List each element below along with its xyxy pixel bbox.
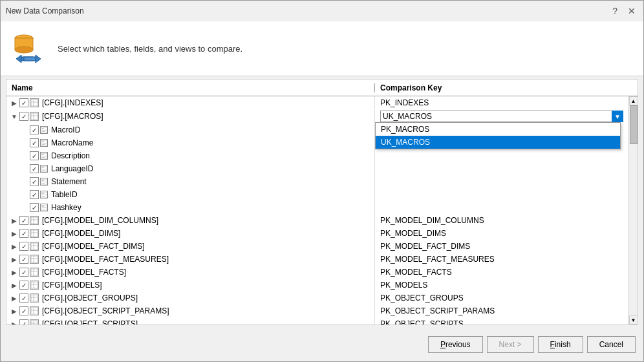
svg-rect-7	[31, 100, 38, 106]
row-checkbox[interactable]	[19, 293, 28, 303]
row-checkbox[interactable]	[19, 242, 28, 251]
expand-button[interactable]: ▶	[9, 228, 19, 239]
vertical-scrollbar[interactable]: ▲ ▼	[628, 96, 638, 325]
collapse-button[interactable]: ▼	[9, 111, 19, 122]
row-checkbox[interactable]	[30, 203, 39, 212]
row-checkbox[interactable]	[19, 229, 28, 238]
expand-button[interactable]: ▶	[9, 293, 19, 303]
key-cell	[375, 162, 628, 175]
svg-rect-24	[42, 157, 45, 158]
table-row[interactable]: Description	[6, 149, 628, 162]
svg-rect-22	[42, 154, 44, 155]
dropdown-wrapper[interactable]: UK_MACROS▼PK_MACROSUK_MACROS	[380, 111, 623, 122]
table-row[interactable]: ▶[CFG].[OBJECT_SCRIPT_PARAMS]PK_OBJECT_S…	[6, 304, 628, 317]
table-icon	[30, 293, 39, 303]
scroll-track[interactable]	[629, 105, 638, 315]
expand-button[interactable]: ▶	[9, 319, 19, 325]
help-button[interactable]: ?	[610, 5, 620, 17]
expand-button[interactable]: ▶	[9, 241, 19, 251]
svg-rect-65	[31, 321, 38, 325]
table-row[interactable]: TableID	[6, 188, 628, 201]
name-cell: Hashkey	[6, 201, 375, 214]
dropdown-option[interactable]: PK_MACROS	[376, 123, 620, 136]
finish-button[interactable]: Finish	[538, 336, 583, 353]
expand-button[interactable]: ▶	[9, 215, 19, 226]
row-checkbox[interactable]	[30, 125, 39, 134]
dropdown-option[interactable]: UK_MACROS	[376, 136, 620, 149]
expand-button[interactable]: ▶	[9, 280, 19, 290]
row-checkbox[interactable]	[30, 190, 39, 199]
svg-rect-36	[42, 196, 45, 197]
table-row[interactable]: ▶[CFG].[MODEL_FACTS]PK_MODEL_FACTS	[6, 266, 628, 279]
row-label: [CFG].[MODEL_FACTS]	[42, 268, 126, 277]
key-value: PK_MODEL_DIM_COLUMNS	[380, 216, 484, 225]
table-row[interactable]: LanguageID	[6, 162, 628, 175]
svg-rect-18	[42, 141, 44, 142]
expand-button[interactable]: ▶	[9, 254, 19, 264]
table-icon	[30, 112, 39, 121]
svg-rect-31	[42, 182, 47, 182]
svg-rect-35	[42, 195, 47, 195]
table-row[interactable]: ▶[CFG].[MODELS]PK_MODELS	[6, 279, 628, 292]
close-button[interactable]: ✕	[625, 5, 638, 17]
table-header: Name Comparison Key	[6, 80, 638, 96]
previous-button[interactable]: Previous	[428, 336, 483, 353]
expand-button[interactable]: ▶	[9, 306, 19, 316]
row-label: [CFG].[INDEXES]	[42, 98, 103, 107]
row-checkbox[interactable]	[19, 98, 28, 107]
svg-rect-27	[42, 169, 47, 169]
row-checkbox[interactable]	[19, 112, 28, 121]
table-row[interactable]: ▶[CFG].[OBJECT_SCRIPTS]PK_OBJECT_SCRIPTS	[6, 317, 628, 325]
table-row[interactable]: Hashkey	[6, 201, 628, 214]
svg-rect-53	[31, 269, 38, 275]
row-checkbox[interactable]	[30, 151, 39, 160]
row-label: [CFG].[MODEL_FACT_DIMS]	[42, 242, 145, 251]
row-checkbox[interactable]	[19, 255, 28, 264]
row-checkbox[interactable]	[19, 306, 28, 315]
scroll-thumb[interactable]	[630, 105, 638, 144]
row-checkbox[interactable]	[30, 177, 39, 186]
scroll-up-arrow[interactable]: ▲	[629, 96, 638, 105]
svg-rect-30	[42, 180, 44, 181]
row-checkbox[interactable]	[19, 281, 28, 290]
table-icon	[30, 255, 39, 264]
expand-button[interactable]: ▶	[9, 267, 19, 277]
table-row[interactable]: ▶[CFG].[MODEL_FACT_DIMS]PK_MODEL_FACT_DI…	[6, 240, 628, 253]
name-cell: MacroName	[6, 136, 375, 149]
table-row[interactable]: ▶[CFG].[INDEXES]PK_INDEXES	[6, 96, 628, 109]
svg-rect-40	[42, 209, 45, 209]
row-checkbox[interactable]	[19, 268, 28, 277]
key-value: PK_MODEL_DIMS	[380, 229, 446, 238]
title-bar: New Data Comparison ? ✕	[1, 1, 643, 21]
key-cell: PK_MODEL_FACT_MEASURES	[375, 253, 628, 266]
table-row[interactable]: ▶[CFG].[MODEL_FACT_MEASURES]PK_MODEL_FAC…	[6, 253, 628, 266]
table-row[interactable]: Statement	[6, 175, 628, 188]
row-checkbox[interactable]	[30, 138, 39, 147]
svg-rect-56	[31, 282, 38, 288]
name-cell: LanguageID	[6, 162, 375, 175]
cancel-button[interactable]: Cancel	[587, 336, 636, 353]
table-row[interactable]: ▶[CFG].[MODEL_DIMS]PK_MODEL_DIMS	[6, 227, 628, 240]
name-cell: TableID	[6, 188, 375, 201]
row-checkbox[interactable]	[19, 319, 28, 325]
svg-rect-14	[42, 128, 44, 129]
dropdown-list[interactable]: PK_MACROSUK_MACROS	[375, 122, 621, 149]
row-label: MacroName	[51, 138, 93, 147]
key-cell[interactable]: UK_MACROS▼PK_MACROSUK_MACROS	[375, 109, 628, 123]
row-checkbox[interactable]	[19, 216, 28, 225]
row-checkbox[interactable]	[30, 164, 39, 173]
table-icon	[30, 98, 39, 107]
name-cell: ▶[CFG].[OBJECT_GROUPS]	[6, 292, 375, 304]
row-label: Hashkey	[51, 203, 81, 212]
table-row[interactable]: ▶[CFG].[OBJECT_GROUPS]PK_OBJECT_GROUPS	[6, 292, 628, 304]
expand-button[interactable]: ▶	[9, 98, 19, 108]
dropdown-arrow-icon[interactable]: ▼	[612, 111, 623, 122]
main-content: Name Comparison Key ▶[CFG].[INDEXES]PK_I…	[6, 79, 638, 325]
row-label: [CFG].[MODELS]	[42, 281, 102, 290]
table-row[interactable]: ▶[CFG].[MODEL_DIM_COLUMNS]PK_MODEL_DIM_C…	[6, 214, 628, 227]
scroll-down-arrow[interactable]: ▼	[629, 315, 638, 325]
table-row[interactable]: ▼[CFG].[MACROS]UK_MACROS▼PK_MACROSUK_MAC…	[6, 109, 628, 123]
next-button[interactable]: Next >	[487, 336, 534, 353]
svg-point-2	[15, 47, 33, 53]
svg-rect-44	[31, 230, 38, 237]
